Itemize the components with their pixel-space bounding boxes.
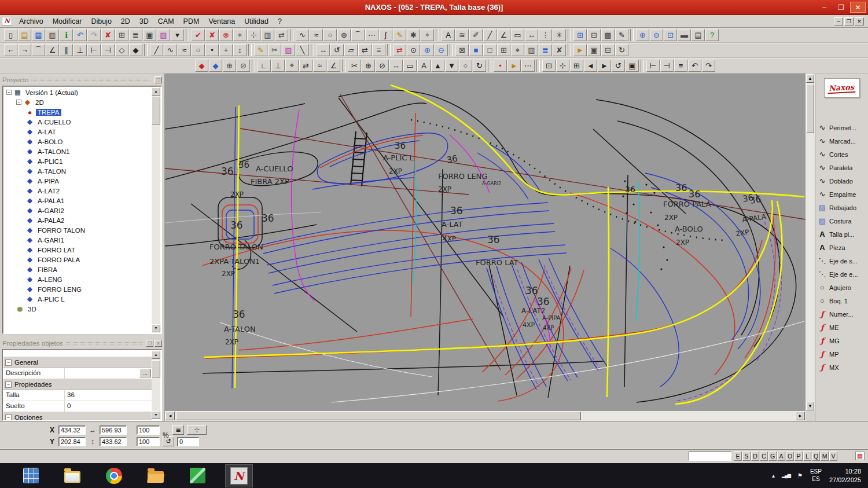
star-icon[interactable]: ✦ [421,29,434,41]
cancel-icon[interactable]: ✘ [205,29,219,41]
flag-icon[interactable]: ► [573,44,587,56]
width-field[interactable]: 596.93 [100,425,127,435]
panel-icon[interactable]: ▥ [525,44,538,56]
text-icon[interactable]: A [442,29,455,41]
rotate-cw-icon[interactable]: ↷ [702,60,715,72]
property-value[interactable] [65,368,138,379]
mode-letter-e[interactable]: E [734,452,742,461]
tree-item-forro-talon[interactable]: ◆FORRO TALON [4,225,152,235]
tool-talla-pi[interactable]: ATalla pi... [815,228,868,241]
scroll-up-icon[interactable]: ▲ [806,74,814,83]
project-icon[interactable]: ⊥ [271,60,285,72]
tool-mg[interactable]: ƒMG [815,334,868,347]
menu-item-pdm[interactable]: PDM [179,16,204,27]
marker-blue-icon[interactable]: ◆ [209,60,222,72]
weld-icon[interactable]: ⊕ [362,60,375,72]
columns-icon[interactable]: ▥ [261,29,274,41]
points-icon[interactable]: ⋮ [539,29,552,41]
prev-icon[interactable]: ◄ [584,60,597,72]
sharp-icon[interactable]: ∠ [327,60,340,72]
properties-panel-close-icon[interactable]: ✕ [155,340,162,347]
hidden-icons-icon[interactable]: ▴ [772,472,775,479]
scroll-thumb[interactable] [152,97,160,124]
y-coordinate-field[interactable]: 202.84 [58,437,86,446]
height-field[interactable]: 433.62 [100,437,127,446]
tree-item-forro-lat[interactable]: ◆FORRO LAT [4,245,152,255]
naxos-taskbar-button[interactable]: N [226,465,252,487]
scroll-right-icon[interactable]: ► [796,412,805,420]
abort-icon[interactable]: ⊗ [219,29,233,41]
flag-2-icon[interactable]: ► [507,60,521,72]
dimension-icon[interactable]: ↔ [525,29,538,41]
save-icon[interactable]: ▦ [32,29,45,41]
mode-letter-c[interactable]: C [760,452,768,461]
scissors-icon[interactable]: ✂ [268,44,281,56]
zoom-2-icon[interactable]: ⊕ [421,44,434,56]
redo-icon[interactable]: ↷ [87,29,101,41]
canvas-drawing[interactable]: 3636A-CUELLOFIBRA 2XP2XP36A-PLIC L2XP36F… [165,74,806,411]
tree-item-a-gari1[interactable]: ◆A-GARI1 [4,235,152,245]
paint-icon[interactable]: ▨ [282,44,295,56]
tool-boq-1[interactable]: ○Boq. 1 [815,294,868,307]
network-icon[interactable]: ▂▄▆ [782,473,790,478]
cross-icon[interactable]: + [219,44,233,56]
tool-eje-de-e[interactable]: ⋱Eje de e... [815,267,868,281]
tool-mp[interactable]: ƒMP [815,347,868,361]
crosshair-icon[interactable]: ⌖ [511,44,524,56]
mode-letter-o[interactable]: O [786,452,794,461]
zoom-in-icon[interactable]: ⊕ [636,29,649,41]
lock-icon[interactable]: ▣ [587,44,601,56]
axes-icon[interactable]: ⊹ [247,29,260,41]
center-snap-icon[interactable]: ⊕ [337,29,351,41]
measure-2-icon[interactable]: ↔ [389,60,403,72]
spline-icon[interactable]: ∿ [296,29,309,41]
mdi-close-button[interactable]: ✕ [855,17,864,25]
move-icon[interactable]: ↔ [317,44,330,56]
mode-letter-s[interactable]: S [742,452,751,461]
properties-scrollbar[interactable]: ▲ ▼ [152,351,160,419]
curve-icon[interactable]: ∫ [379,29,392,41]
tree-item-a-lat2[interactable]: ◆A-LAT2 [4,186,152,196]
layer-stack-icon[interactable]: ≣ [539,44,552,56]
fillet-icon[interactable]: ⌒ [32,44,45,56]
delete-icon[interactable]: ✘ [101,29,115,41]
corner-a-icon[interactable]: ⌐ [4,44,17,56]
arrow-up-icon[interactable]: ▲ [431,60,444,72]
mode-letter-p[interactable]: P [795,452,803,461]
layer-add-icon[interactable]: ⊞ [573,29,587,41]
project-panel-dock-icon[interactable]: ❐ [155,76,162,83]
prop-section-general[interactable]: −General [3,357,152,368]
snap-icon[interactable]: ⌖ [285,60,299,72]
expander-icon[interactable]: − [6,90,12,95]
dotted-line-icon[interactable]: ⋯ [365,29,378,41]
tree-item-a-talon[interactable]: ◆A-TALON [4,166,152,176]
tool-numer[interactable]: ƒNumer... [815,307,868,321]
collapse-icon[interactable]: − [5,359,12,366]
mode-letter-l[interactable]: L [803,452,811,461]
scroll-down-icon[interactable]: ▼ [152,411,160,419]
tool-costura[interactable]: ▨Costura [815,214,868,228]
scroll-left-icon[interactable]: ◄ [165,412,175,420]
taskbar-clock[interactable]: 10:28 27/02/2025 [829,467,861,484]
point-icon[interactable]: • [205,44,219,56]
menu-item-cam[interactable]: CAM [153,16,179,27]
menu-item-ventana[interactable]: Ventana [204,16,240,27]
arrow-down-icon[interactable]: ▼ [445,60,458,72]
scroll-down-icon[interactable]: ▼ [806,402,814,410]
mode-letter-g[interactable]: G [768,452,777,461]
new-icon[interactable]: ▯ [4,29,17,41]
zoom-window-icon[interactable]: ⊡ [664,29,677,41]
tag-icon[interactable]: ▭ [403,60,417,72]
line-2-icon[interactable]: ╱ [150,44,163,56]
end-icon[interactable]: ▣ [626,60,639,72]
collapse-icon[interactable]: − [5,414,12,421]
line-icon[interactable]: ╱ [483,29,496,41]
axis-move-icon[interactable]: ⊹ [187,425,207,435]
apply-icon[interactable]: ✔ [192,29,205,41]
measure-icon[interactable]: ↕ [233,44,247,56]
rectangle-icon[interactable]: ▭ [511,29,524,41]
burst-icon[interactable]: ✱ [407,29,420,41]
tool-empalme[interactable]: ∿Empalme [815,188,868,201]
prop-row-talla[interactable]: Talla36 [3,390,152,401]
fill-icon[interactable]: ▨ [157,29,170,41]
